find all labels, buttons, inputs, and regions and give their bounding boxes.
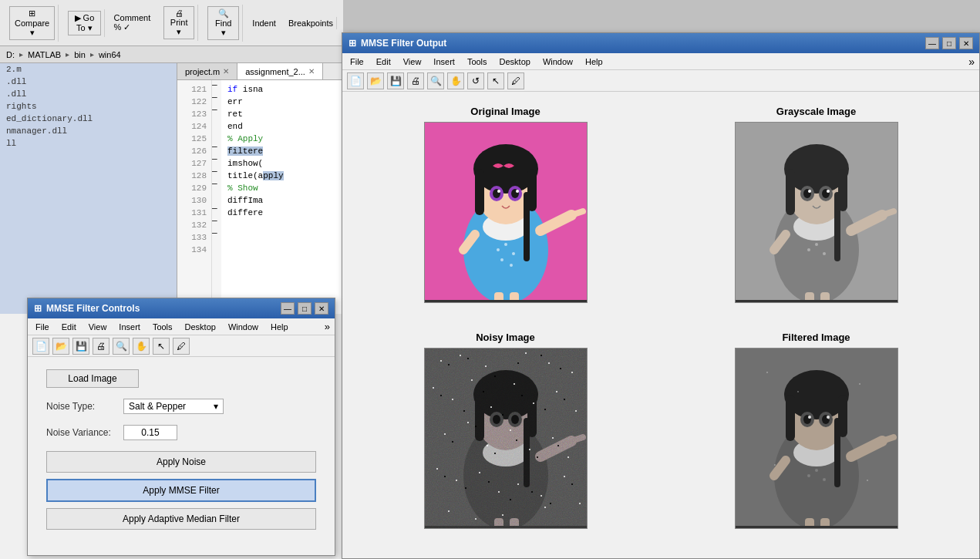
ctrl-tool-brush[interactable]: 🖊: [173, 338, 190, 355]
output-menu-insert[interactable]: Insert: [430, 56, 458, 67]
svg-line-39: [882, 211, 894, 215]
tab-assignment[interactable]: assignment_2... ✕: [237, 63, 323, 79]
svg-rect-5: [475, 169, 484, 215]
noise-variance-row: Noise Variance:: [46, 425, 316, 440]
code-text[interactable]: if isna err ret end % Apply filtere imsh…: [221, 80, 343, 314]
noise-type-select[interactable]: Salt & Pepper ▾: [123, 399, 224, 414]
svg-rect-141: [805, 518, 814, 526]
sidebar-file-item[interactable]: ed_dictionary.dll: [0, 113, 177, 125]
controls-menu-file[interactable]: File: [32, 322, 52, 332]
controls-menu-insert[interactable]: Insert: [116, 322, 143, 332]
ctrl-tool-select[interactable]: ↖: [153, 338, 170, 355]
tab-close-icon[interactable]: ✕: [223, 67, 229, 76]
matlab-toolbar: ⊞ Compare ▾ ▶ Go To ▾ Comment % ✓ 🖨 Prin…: [0, 0, 343, 46]
svg-rect-69: [490, 406, 492, 408]
goto-button[interactable]: ▶ Go To ▾: [68, 11, 100, 35]
nav-drive[interactable]: D:: [6, 50, 15, 59]
output-menu-view[interactable]: View: [400, 56, 425, 67]
toolbar-group-print: 🖨 Print ▾: [160, 5, 198, 41]
sidebar-file-item[interactable]: .dll: [0, 76, 177, 88]
output-menu-desktop[interactable]: Desktop: [497, 56, 534, 67]
nav-bin[interactable]: bin: [74, 50, 86, 59]
nav-matlab[interactable]: MATLAB: [28, 50, 61, 59]
controls-menu-window[interactable]: Window: [225, 322, 261, 332]
svg-rect-22: [494, 292, 503, 300]
controls-titlebar: ⊞ MMSE Filter Controls — □ ✕: [28, 298, 335, 318]
output-maximize-button[interactable]: □: [942, 37, 956, 49]
svg-rect-82: [456, 480, 457, 481]
ctrl-tool-pan[interactable]: ✋: [133, 338, 150, 355]
output-minimize-button[interactable]: —: [925, 37, 939, 49]
svg-rect-72: [556, 391, 557, 392]
output-tool-brush[interactable]: 🖊: [507, 72, 524, 89]
svg-rect-90: [475, 518, 477, 520]
sidebar-file-item[interactable]: nmanager.dll: [0, 125, 177, 137]
apply-mmse-button[interactable]: Apply MMSE Filter: [46, 479, 316, 502]
noise-variance-input[interactable]: [123, 425, 177, 440]
svg-line-59: [571, 437, 583, 441]
output-tool-select[interactable]: ↖: [487, 72, 504, 89]
tab-close-icon[interactable]: ✕: [308, 67, 315, 76]
output-tool-print[interactable]: 🖨: [407, 72, 424, 89]
svg-point-13: [516, 190, 519, 193]
controls-title-icon: ⊞: [34, 303, 42, 314]
apply-noise-button[interactable]: Apply Noise: [46, 451, 316, 473]
output-tool-zoom[interactable]: 🔍: [427, 72, 444, 89]
svg-rect-91: [502, 514, 503, 516]
output-toolbar: 📄 📂 💾 🖨 🔍 ✋ ↺ ↖ 🖊: [342, 70, 979, 92]
output-menu-window[interactable]: Window: [540, 56, 576, 67]
ctrl-tool-save[interactable]: 💾: [72, 338, 89, 355]
controls-close-button[interactable]: ✕: [315, 302, 328, 315]
ctrl-tool-open[interactable]: 📂: [52, 338, 69, 355]
find-button[interactable]: 🔍 Find ▾: [207, 6, 239, 40]
apply-adaptive-button[interactable]: Apply Adaptive Median Filter: [46, 508, 316, 530]
original-image-frame: [424, 122, 588, 303]
output-menu-edit[interactable]: Edit: [373, 56, 394, 67]
output-tool-save[interactable]: 💾: [387, 72, 404, 89]
controls-window-btns: — □ ✕: [281, 302, 328, 315]
svg-point-21: [510, 264, 513, 267]
svg-rect-97: [541, 355, 542, 356]
breakpoints-label: Breakpoints: [288, 19, 333, 28]
sidebar-file-item[interactable]: rights: [0, 100, 177, 113]
output-tool-pan[interactable]: ✋: [447, 72, 464, 89]
sidebar-file-item[interactable]: 2.m: [0, 63, 177, 76]
svg-point-140: [823, 478, 826, 481]
output-menu-file[interactable]: File: [347, 56, 367, 67]
output-tool-new[interactable]: 📄: [347, 72, 364, 89]
toolbar-group-compare: ⊞ Compare ▾: [6, 5, 59, 42]
svg-rect-106: [452, 441, 453, 443]
controls-maximize-button[interactable]: □: [298, 302, 312, 315]
output-menu-tools[interactable]: Tools: [464, 56, 490, 67]
nav-win64[interactable]: win64: [99, 50, 121, 59]
sidebar-file-item[interactable]: ll: [0, 137, 177, 150]
output-tool-rotate[interactable]: ↺: [467, 72, 484, 89]
svg-rect-60: [440, 360, 442, 362]
tab-project[interactable]: project.m ✕: [177, 63, 237, 79]
controls-toolbar: 📄 📂 💾 🖨 🔍 ✋ ↖ 🖊: [28, 335, 335, 357]
controls-menu-desktop[interactable]: Desktop: [182, 322, 219, 332]
output-menu-help[interactable]: Help: [582, 56, 606, 67]
breakpoint-column: ——— ——— — ———: [212, 80, 221, 314]
ctrl-tool-zoom[interactable]: 🔍: [113, 338, 130, 355]
svg-rect-74: [444, 433, 446, 435]
svg-rect-88: [579, 503, 581, 504]
code-editor[interactable]: project.m ✕ assignment_2... ✕ 1211221231…: [177, 63, 343, 314]
svg-rect-115: [510, 499, 511, 500]
controls-menu-help[interactable]: Help: [268, 322, 291, 332]
output-tool-open[interactable]: 📂: [367, 72, 384, 89]
svg-rect-120: [510, 518, 519, 526]
load-image-button[interactable]: Load Image: [46, 369, 139, 388]
print-button[interactable]: 🖨 Print ▾: [163, 6, 194, 39]
controls-form: Load Image Noise Type: Salt & Pepper ▾ N…: [28, 357, 335, 548]
controls-menu-tools[interactable]: Tools: [150, 322, 176, 332]
svg-rect-105: [564, 399, 565, 400]
controls-menu-edit[interactable]: Edit: [59, 322, 79, 332]
ctrl-tool-print[interactable]: 🖨: [93, 338, 109, 355]
controls-minimize-button[interactable]: —: [281, 302, 295, 315]
sidebar-file-item[interactable]: .dll: [0, 88, 177, 100]
controls-menu-view[interactable]: View: [86, 322, 110, 332]
compare-button[interactable]: ⊞ Compare ▾: [9, 6, 55, 40]
output-close-button[interactable]: ✕: [959, 37, 973, 49]
ctrl-tool-new[interactable]: 📄: [32, 338, 49, 355]
